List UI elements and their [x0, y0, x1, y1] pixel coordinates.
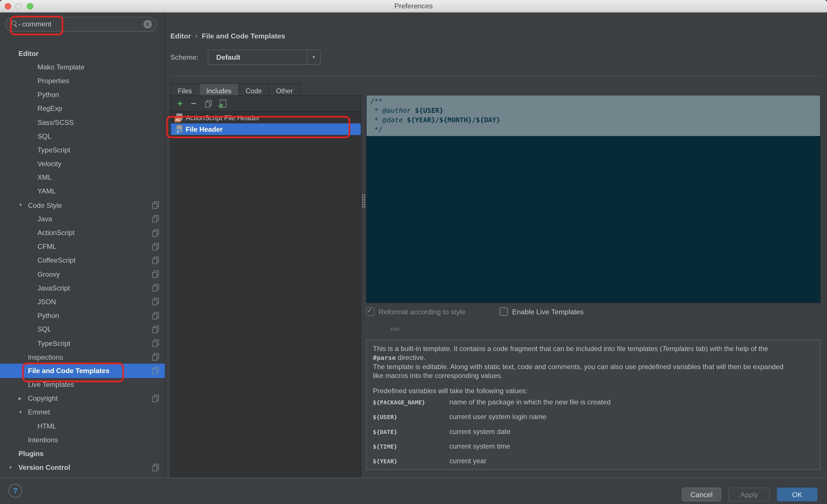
copy-icon[interactable] [152, 353, 159, 361]
copy-icon[interactable] [152, 285, 159, 292]
variable-name: ${USER} [373, 414, 397, 421]
tree-item-regexp[interactable]: RegExp [0, 102, 164, 115]
copy-icon[interactable] [152, 215, 159, 223]
reset-template-button[interactable] [216, 96, 229, 111]
breadcrumb-editor[interactable]: Editor [170, 32, 191, 40]
tree-item-label: JavaScript [37, 284, 70, 292]
tree-item-velocity[interactable]: Velocity [0, 157, 164, 170]
apply-button[interactable]: Apply [729, 488, 770, 501]
tree-item-cfml[interactable]: CFML [0, 240, 164, 253]
tree-item-java[interactable]: Java [0, 212, 164, 226]
tree-item-typescript[interactable]: TypeScript [0, 143, 164, 157]
copy-icon[interactable] [152, 243, 159, 250]
cancel-button[interactable]: Cancel [682, 488, 721, 501]
settings-tree: EditorMako TemplatePropertiesPythonRegEx… [0, 47, 164, 488]
search-icon [11, 21, 16, 26]
variable-description: current system time [449, 442, 510, 450]
list-item-label: ActionScript File Header [186, 114, 259, 122]
tree-item-html[interactable]: HTML [0, 419, 164, 433]
question-mark-icon: ? [13, 486, 18, 495]
tree-item-label: XML [37, 173, 52, 182]
tree-item-code-style[interactable]: ▼Code Style [0, 198, 164, 212]
chevron-down-icon[interactable]: ▼ [18, 203, 23, 208]
scheme-dropdown-button[interactable]: ▼ [307, 50, 320, 64]
tree-item-groovy[interactable]: Groovy [0, 267, 164, 281]
tree-item-label: TypeScript [37, 146, 70, 154]
tree-item-actionscript[interactable]: ActionScript [0, 226, 164, 240]
copy-icon[interactable] [152, 464, 159, 471]
template-editor[interactable]: /** * @author ${USER} * @date ${YEAR}/${… [366, 95, 821, 303]
tree-item-coffeescript[interactable]: CoffeeScript [0, 253, 164, 267]
tree-item-label: Python [37, 312, 59, 320]
variable-description: name of the package in which the new fil… [449, 398, 611, 406]
tree-item-plugins[interactable]: Plugins [0, 447, 164, 461]
help-button[interactable]: ? [8, 484, 22, 498]
tree-item-editor[interactable]: Editor [0, 47, 164, 60]
clear-search-icon[interactable]: ✕ [144, 20, 152, 29]
file-template-icon: J [175, 124, 183, 134]
predefined-variables-intro: Predefined variables will take the follo… [373, 386, 814, 395]
scheme-select[interactable]: Default ▼ [208, 50, 321, 65]
tree-item-intentions[interactable]: Intentions [0, 433, 164, 447]
tree-item-sql[interactable]: SQL [0, 129, 164, 143]
tree-item-mako-template[interactable]: Mako Template [0, 60, 164, 74]
tree-item-label: Intentions [28, 436, 58, 444]
settings-search-input[interactable]: ▼ comment ✕ [5, 17, 156, 32]
tree-item-python[interactable]: Python [0, 88, 164, 102]
chevron-right-icon[interactable]: ▶ [18, 396, 21, 401]
tree-item-copyright[interactable]: ▶Copyright [0, 392, 164, 405]
tree-item-typescript[interactable]: TypeScript [0, 336, 164, 350]
add-template-button[interactable]: + [174, 96, 186, 111]
tree-item-file-and-code-templates[interactable]: File and Code Templates [0, 364, 164, 378]
ok-button[interactable]: OK [777, 488, 818, 501]
tree-item-javascript[interactable]: JavaScript [0, 281, 164, 295]
tree-item-inspections[interactable]: Inspections [0, 350, 164, 364]
tree-item-label: Sass/SCSS [37, 118, 74, 126]
tree-item-label: Plugins [18, 450, 43, 458]
tree-item-xml[interactable]: XML [0, 171, 164, 185]
tree-item-yaml[interactable]: YAML [0, 185, 164, 198]
copy-icon[interactable] [152, 257, 159, 264]
vertical-splitter-handle[interactable] [361, 194, 365, 208]
tree-item-label: Copyright [28, 394, 58, 402]
tree-item-label: ActionScript [37, 229, 75, 237]
tree-item-sass-scss[interactable]: Sass/SCSS [0, 115, 164, 129]
list-item-actionscript-file-header[interactable]: ASActionScript File Header [171, 112, 361, 123]
tree-item-properties[interactable]: Properties [0, 74, 164, 88]
copy-icon[interactable] [152, 229, 159, 237]
preferences-window: Preferences ▼ comment ✕ EditorMako Templ… [0, 0, 827, 504]
copy-template-button[interactable] [202, 96, 214, 111]
copy-icon[interactable] [152, 326, 159, 333]
window-titlebar[interactable]: Preferences [0, 0, 827, 13]
tree-item-emmet[interactable]: ▼Emmet [0, 405, 164, 419]
tree-item-label: HTML [37, 422, 56, 430]
window-title: Preferences [0, 0, 827, 12]
copy-icon[interactable] [152, 395, 159, 402]
remove-template-button[interactable]: − [187, 96, 200, 111]
copy-icon[interactable] [152, 340, 159, 347]
reformat-checkbox[interactable]: ✓ [366, 307, 375, 316]
copy-icon[interactable] [152, 201, 159, 209]
tree-item-live-templates[interactable]: Live Templates [0, 378, 164, 392]
copy-icon[interactable] [152, 367, 159, 374]
chevron-down-icon[interactable]: ▼ [8, 465, 13, 470]
tree-item-label: Inspections [28, 353, 63, 361]
search-options-chevron-icon[interactable]: ▼ [18, 23, 21, 27]
tree-item-label: Java [37, 215, 52, 223]
chevron-down-icon[interactable]: ▼ [18, 410, 23, 415]
header-divider [170, 75, 821, 76]
tree-item-python[interactable]: Python [0, 309, 164, 322]
live-templates-checkbox[interactable] [499, 307, 508, 316]
variable-description: current year [449, 457, 486, 465]
copy-icon[interactable] [152, 270, 159, 278]
breadcrumb-separator: › [191, 32, 202, 40]
tree-item-sql[interactable]: SQL [0, 322, 164, 336]
copy-icon[interactable] [152, 312, 159, 319]
list-item-file-header[interactable]: JFile Header [171, 123, 361, 135]
tree-item-version-control[interactable]: ▼Version Control [0, 461, 164, 474]
description-line: The template is editable. Along with sta… [373, 362, 814, 371]
check-icon: ✓ [367, 307, 372, 314]
horizontal-splitter-handle[interactable] [390, 327, 400, 331]
copy-icon[interactable] [152, 298, 159, 306]
tree-item-json[interactable]: JSON [0, 295, 164, 309]
